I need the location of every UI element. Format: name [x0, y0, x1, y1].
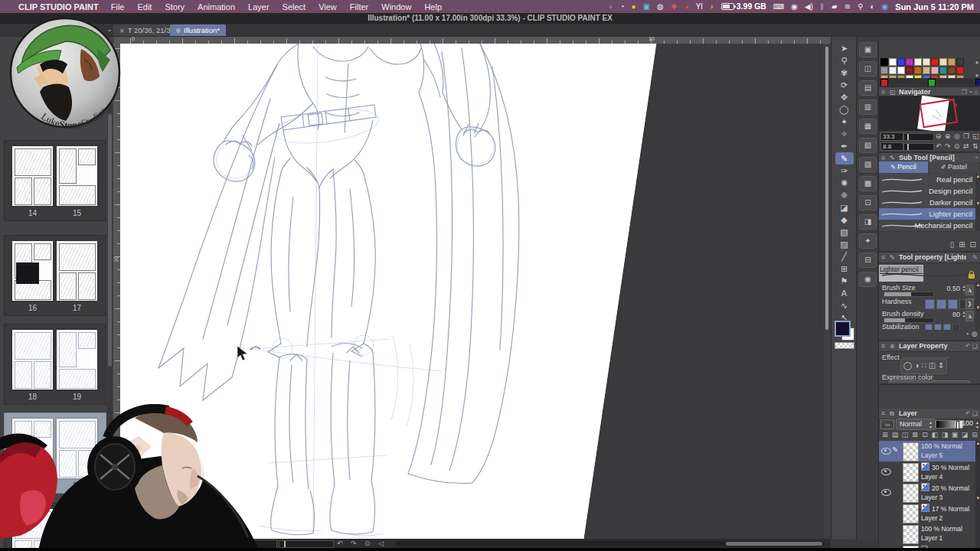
volume-icon[interactable]: ◀)	[805, 0, 813, 13]
sub-tool-tab-pastel[interactable]: ✐ Pastel	[929, 161, 978, 173]
text-tool[interactable]: A	[835, 287, 854, 299]
layer-thumbnail[interactable]	[903, 525, 919, 544]
page-thumbnail[interactable]	[12, 241, 53, 301]
layer-thumbnail[interactable]	[903, 484, 919, 503]
color-swatch[interactable]	[939, 67, 947, 74]
menu-select[interactable]: Select	[283, 2, 306, 11]
navigator-rotation-slider[interactable]	[903, 143, 934, 151]
bluetooth-icon[interactable]: ᛒ	[820, 0, 825, 13]
subtool-darker-pencil[interactable]: Darker pencil	[879, 197, 975, 209]
pencil-tool[interactable]: ✎	[835, 152, 854, 165]
move-tool[interactable]: ✥	[835, 91, 854, 103]
panel-menu-icon[interactable]: ≡	[881, 341, 885, 351]
spread-14-15[interactable]: 1415	[4, 140, 106, 221]
auto-select-tool[interactable]: ✦	[835, 116, 854, 128]
user-switch-icon[interactable]: ◐	[871, 0, 875, 13]
wifi-icon[interactable]: ≋	[844, 0, 851, 13]
sub-tool-tab-pencil[interactable]: ✎ Pencil	[879, 161, 928, 173]
import-subtool-icon[interactable]: ⊡	[970, 240, 976, 249]
layer-row-layer-2[interactable]: 17 % NormalLayer 2	[879, 503, 980, 524]
brush-density-slider[interactable]	[884, 318, 934, 323]
zoom-tool[interactable]: ⚲	[835, 54, 854, 67]
canvas-horizontal-scrollbar[interactable]	[395, 541, 824, 546]
tool-property-footer-icons[interactable]: ◔ ⊚	[965, 330, 978, 338]
navigator-zoom-value[interactable]: 33.3	[880, 132, 903, 141]
spread-18-19[interactable]: 1819	[4, 324, 106, 405]
visibility-eye-icon[interactable]	[881, 489, 891, 496]
page-thumbnail[interactable]	[57, 146, 97, 206]
color-swatch[interactable]	[880, 58, 888, 66]
visibility-eye-icon[interactable]	[881, 448, 891, 455]
layer-toolbar-icon-8[interactable]: ◪	[960, 430, 969, 440]
canvas-rotation-slider[interactable]	[279, 540, 334, 548]
tone-effect-icon[interactable]: ◑	[914, 360, 919, 373]
color-swatch[interactable]	[931, 58, 939, 66]
stabilization-blocks[interactable]	[925, 324, 960, 330]
menu-animation[interactable]: Animation	[198, 2, 235, 11]
navigator-zoom-slider[interactable]	[903, 133, 934, 141]
pen-tool[interactable]: ✒	[835, 140, 854, 152]
quick-access-palette-icon[interactable]: ▣	[859, 42, 877, 57]
lasso-select-tool[interactable]: ◯	[835, 103, 854, 116]
layer-thumbnail-toggle[interactable]: ▭	[880, 419, 894, 429]
striped-circle-icon[interactable]: ◍	[657, 0, 664, 13]
color-swatch[interactable]	[897, 67, 905, 74]
menu-window[interactable]: Window	[381, 2, 411, 11]
logitech-icon[interactable]: ●	[632, 0, 636, 13]
main-color-chip[interactable]	[835, 321, 851, 337]
layer-row-layer-1[interactable]: 100 % NormalLayer 1	[879, 523, 980, 545]
fill-tool[interactable]: ▧	[835, 226, 854, 238]
color-swatch[interactable]	[939, 58, 947, 66]
layer-toolbar-icon-1[interactable]: ▤	[890, 430, 900, 440]
brush-density-value[interactable]: 80	[952, 311, 960, 318]
menu-bar-clock[interactable]: Sun Jun 5 11:20 PM	[895, 2, 974, 11]
page-thumbnail[interactable]	[57, 330, 97, 390]
rotate-right-icon[interactable]: ↷	[945, 142, 951, 151]
zoom-in-icon[interactable]: ⊕	[945, 132, 951, 141]
app-menu-title[interactable]: CLIP STUDIO PAINT	[18, 2, 99, 11]
keyboard-icon[interactable]: ⌨	[773, 0, 784, 13]
hand-tool[interactable]: ✾	[835, 67, 854, 79]
gradient-tool[interactable]: ▨	[835, 238, 854, 250]
battery-charging-icon[interactable]: ▰	[831, 0, 838, 13]
information-palette-icon[interactable]: ▥	[859, 99, 877, 115]
layer-toolbar-icon-7[interactable]: ▣	[950, 430, 959, 440]
visibility-eye-icon[interactable]	[881, 468, 891, 475]
layer-row-layer-4[interactable]: 30 % NormalLayer 4	[879, 461, 980, 483]
subtool-design-pencil[interactable]: Design pencil	[879, 185, 975, 197]
subtool-mechanical-pencil[interactable]: Mechanical pencil	[879, 220, 975, 232]
lock-icon[interactable]	[969, 274, 975, 279]
page-thumbnail[interactable]	[12, 330, 53, 390]
menu-view[interactable]: View	[318, 2, 337, 11]
page-thumbnail[interactable]	[57, 241, 97, 301]
material-palette-icon[interactable]: ◫	[859, 61, 877, 77]
operation-tool[interactable]: ➤	[835, 42, 854, 54]
brush-shape-palette-icon[interactable]: ▧	[859, 138, 877, 153]
layer-toolbar-icon-2[interactable]: ◫	[900, 430, 910, 440]
navigator-rotation-value[interactable]: 8.8	[880, 142, 903, 151]
color-swatch[interactable]	[956, 58, 964, 66]
blend-mode-dropdown[interactable]: Normal ▲▼	[896, 419, 936, 430]
opacity-slider[interactable]	[936, 420, 963, 429]
color-swatch[interactable]	[889, 58, 897, 66]
layer-panel-header-icons[interactable]: ↶ ❏	[965, 409, 978, 419]
color-swatch[interactable]	[948, 67, 956, 74]
resize-icon[interactable]: ◱	[972, 132, 979, 141]
spotlight-icon[interactable]: ⚲	[858, 0, 863, 13]
menu-story[interactable]: Story	[165, 2, 185, 11]
color-swatch[interactable]	[948, 58, 956, 66]
layer-property-header[interactable]: ≡ ≋ Layer Property ↶ ❏	[879, 341, 980, 352]
canvas-hscroll-thumb[interactable]	[726, 542, 822, 546]
play-circle-icon[interactable]: ◉	[791, 0, 798, 13]
tab-illustration[interactable]: Illustration*	[170, 24, 226, 36]
sub-tool-scrollbar[interactable]: ▲▼	[975, 174, 980, 231]
halftone-effect-icon[interactable]: ∷	[921, 360, 926, 373]
tool-property-header[interactable]: ≡ ✎ Tool property [Lighter p ✎	[879, 253, 980, 263]
panel-menu-icon[interactable]: ≡	[881, 253, 885, 262]
menu-layer[interactable]: Layer	[248, 2, 270, 11]
flip-vertical-icon[interactable]: ⇅	[972, 142, 978, 151]
layer-toolbar-icon-3[interactable]: ⊠	[910, 430, 920, 440]
utensils-icon[interactable]: Yl	[696, 0, 703, 13]
menu-edit[interactable]: Edit	[137, 2, 152, 11]
layer-thumbnail[interactable]	[903, 463, 919, 482]
